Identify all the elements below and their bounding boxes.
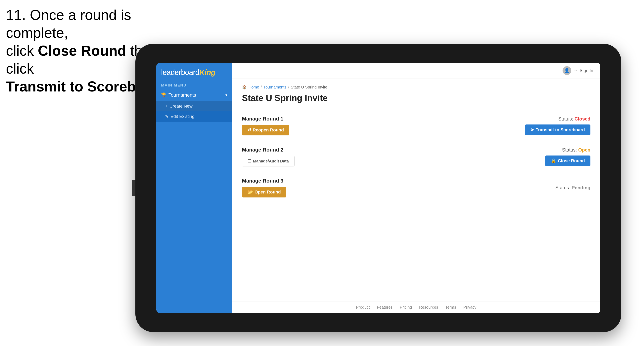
edit-existing-label: Edit Existing — [170, 114, 194, 119]
avatar: 👤 — [562, 66, 571, 75]
open-round-button[interactable]: 📂 Open Round — [242, 187, 286, 197]
sign-in-label: Sign In — [580, 68, 594, 73]
round-3-section: Manage Round 3 📂 Open Round Status: Pend… — [242, 172, 590, 203]
sidebar-item-tournaments[interactable]: 🏆 Tournaments ▾ — [156, 89, 232, 101]
footer-features[interactable]: Features — [377, 305, 393, 310]
signin-arrow-icon: → — [573, 68, 578, 73]
sidebar: leaderboardKing MAIN MENU 🏆 Tournaments … — [156, 63, 232, 313]
sidebar-submenu: + Create New ✎ Edit Existing — [156, 101, 232, 122]
edit-icon: ✎ — [165, 114, 168, 119]
reopen-round-button[interactable]: ↺ Reopen Round — [242, 125, 289, 135]
tablet-side-button — [132, 180, 136, 196]
round-3-status: Status: Pending — [556, 185, 590, 190]
round-2-status-value: Open — [578, 147, 590, 153]
tablet-screen: leaderboardKing MAIN MENU 🏆 Tournaments … — [156, 63, 600, 313]
footer-product[interactable]: Product — [356, 305, 370, 310]
breadcrumb-home-icon: 🏠 — [242, 85, 247, 89]
transmit-icon: ➤ — [530, 127, 534, 133]
main-menu-label: MAIN MENU — [156, 81, 232, 89]
footer-pricing[interactable]: Pricing — [400, 305, 412, 310]
breadcrumb-home[interactable]: Home — [248, 85, 259, 89]
round-2-section: Manage Round 2 ☰ Manage/Audit Data Statu… — [242, 141, 590, 172]
instruction-line1: 11. Once a round is complete, — [6, 6, 185, 42]
sidebar-item-edit-existing[interactable]: ✎ Edit Existing — [156, 111, 232, 122]
top-header: 👤 → Sign In — [232, 63, 600, 79]
audit-icon: ☰ — [248, 159, 251, 164]
sign-in-area[interactable]: 👤 → Sign In — [562, 66, 594, 75]
sidebar-tournaments-label: Tournaments — [168, 92, 196, 98]
logo-area: leaderboardKing — [156, 63, 232, 81]
round-2-title: Manage Round 2 — [242, 147, 294, 153]
close-round-button[interactable]: 🔒 Close Round — [545, 156, 590, 166]
breadcrumb-tournaments[interactable]: Tournaments — [264, 85, 286, 89]
lock-icon: 🔒 — [551, 158, 556, 164]
app-layout: leaderboardKing MAIN MENU 🏆 Tournaments … — [156, 63, 600, 313]
chevron-down-icon: ▾ — [226, 93, 227, 97]
plus-icon: + — [165, 104, 168, 109]
main-content: 👤 → Sign In 🏠 Home / Tournaments / — [232, 63, 600, 313]
footer: Product Features Pricing Resources Terms… — [232, 301, 600, 313]
breadcrumb-sep1: / — [261, 85, 262, 89]
trophy-icon: 🏆 — [161, 92, 166, 98]
logo-king: King — [199, 68, 215, 77]
open-round-icon: 📂 — [248, 189, 253, 195]
footer-terms[interactable]: Terms — [445, 305, 456, 310]
footer-privacy[interactable]: Privacy — [464, 305, 476, 310]
round-1-status: Status: Closed — [558, 116, 590, 122]
content-area: 🏠 Home / Tournaments / State U Spring In… — [232, 79, 600, 301]
footer-resources[interactable]: Resources — [419, 305, 438, 310]
round-1-status-value: Closed — [574, 116, 590, 122]
tablet-device: leaderboardKing MAIN MENU 🏆 Tournaments … — [136, 44, 621, 332]
logo: leaderboardKing — [161, 68, 227, 77]
user-icon: 👤 — [564, 68, 570, 73]
round-1-section: Manage Round 1 ↺ Reopen Round Status: Cl… — [242, 110, 590, 141]
create-new-label: Create New — [170, 104, 192, 109]
transmit-to-scoreboard-button[interactable]: ➤ Transmit to Scoreboard — [525, 125, 590, 135]
breadcrumb: 🏠 Home / Tournaments / State U Spring In… — [242, 85, 590, 89]
logo-leaderboard: leaderboard — [161, 68, 199, 77]
sidebar-item-create-new[interactable]: + Create New — [156, 101, 232, 111]
breadcrumb-current: State U Spring Invite — [291, 85, 327, 89]
round-2-status: Status: Open — [562, 147, 590, 153]
round-3-status-value: Pending — [572, 185, 590, 190]
breadcrumb-sep2: / — [288, 85, 289, 89]
reopen-icon: ↺ — [248, 128, 251, 133]
manage-audit-data-button[interactable]: ☰ Manage/Audit Data — [242, 156, 294, 167]
round-1-title: Manage Round 1 — [242, 116, 289, 122]
round-3-title: Manage Round 3 — [242, 178, 286, 184]
page-title: State U Spring Invite — [242, 93, 590, 103]
